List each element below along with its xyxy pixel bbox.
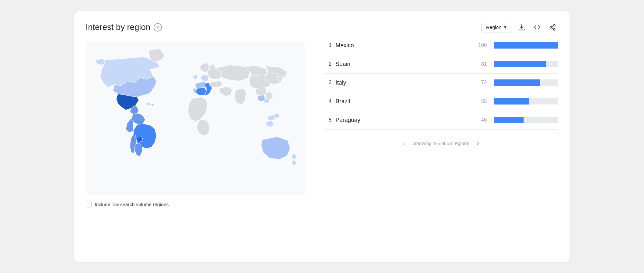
region-name: Brazil [336, 98, 470, 105]
region-name: Spain [336, 61, 470, 68]
bar-fill [494, 98, 529, 105]
region-row: 3 Italy 72 [324, 74, 558, 92]
header-row: Interest by region ? Region ▼ [86, 22, 558, 33]
world-map [86, 41, 305, 195]
map-footer: Include low search volume regions [86, 202, 305, 207]
region-dropdown[interactable]: Region ▼ [481, 22, 512, 32]
chevron-down-icon: ▼ [503, 25, 507, 30]
bar-track [494, 61, 558, 67]
main-card: Interest by region ? Region ▼ [74, 11, 570, 262]
region-row: 2 Spain 81 [324, 55, 558, 74]
bar-track [494, 98, 558, 105]
bar-fill [494, 42, 558, 49]
region-label: Region [486, 24, 502, 30]
next-page-button[interactable]: › [474, 139, 481, 148]
region-score: 100 [474, 42, 487, 48]
bar-track [494, 117, 558, 123]
region-score: 81 [474, 61, 487, 67]
bar-fill [494, 61, 546, 67]
region-row: 5 Paraguay 46 [324, 111, 558, 130]
region-rank: 4 [324, 98, 332, 104]
page-title: Interest by region [86, 22, 150, 32]
region-list: 1 Mexico 100 2 Spain 81 3 Italy 72 4 Bra… [324, 41, 558, 130]
region-name: Mexico [336, 42, 470, 49]
region-rank: 2 [324, 61, 332, 67]
list-section: 1 Mexico 100 2 Spain 81 3 Italy 72 4 Bra… [305, 41, 558, 207]
region-score: 55 [474, 98, 487, 104]
checkbox-label: Include low search volume regions [95, 202, 169, 207]
bar-track [494, 42, 558, 49]
bar-track [494, 79, 558, 86]
low-volume-checkbox[interactable] [86, 202, 91, 207]
region-name: Italy [336, 79, 470, 86]
svg-line-4 [552, 25, 554, 27]
region-score: 72 [474, 80, 487, 86]
svg-line-3 [552, 28, 554, 29]
region-row: 4 Brazil 55 [324, 92, 558, 111]
title-group: Interest by region ? [86, 22, 162, 32]
map-section: Include low search volume regions [86, 41, 305, 207]
region-row: 1 Mexico 100 [324, 41, 558, 55]
embed-button[interactable] [531, 22, 543, 33]
share-button[interactable] [547, 22, 558, 33]
region-rank: 3 [324, 80, 332, 86]
bar-fill [494, 79, 540, 86]
prev-page-button[interactable]: ‹ [401, 139, 408, 148]
toolbar-group: Region ▼ [481, 22, 558, 33]
bar-fill [494, 117, 524, 123]
pagination-text: Showing 1-5 of 53 regions [413, 141, 469, 146]
main-content: Include low search volume regions 1 Mexi… [86, 41, 558, 207]
download-button[interactable] [516, 22, 527, 33]
region-rank: 5 [324, 117, 332, 123]
pagination-row: ‹ Showing 1-5 of 53 regions › [324, 139, 558, 148]
region-score: 46 [474, 117, 487, 123]
help-icon[interactable]: ? [154, 23, 162, 32]
region-rank: 1 [324, 42, 332, 48]
region-name: Paraguay [336, 117, 470, 123]
